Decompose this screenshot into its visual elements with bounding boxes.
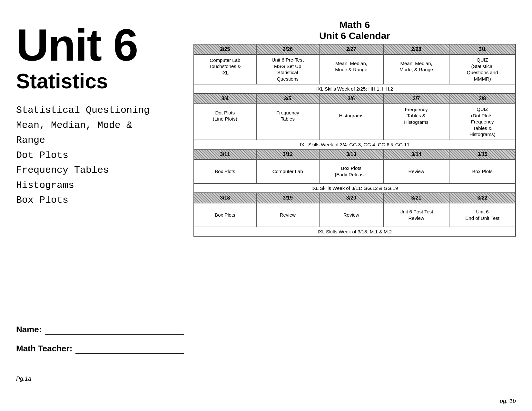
date-cell: 3/20 xyxy=(319,193,383,203)
date-cell: 3/11 xyxy=(194,149,256,160)
content-cell: Frequency Tables xyxy=(256,104,319,140)
calendar-table: 2/252/262/272/283/1Computer Lab Touchsto… xyxy=(193,44,516,237)
topic-item: Mean, Median, Mode & xyxy=(16,118,184,133)
topic-item: Statistical Questioning xyxy=(16,103,184,118)
content-cell: Box Plots [Early Release] xyxy=(319,160,383,183)
topics-list: Statistical QuestioningMean, Median, Mod… xyxy=(16,103,184,208)
date-cell: 3/12 xyxy=(256,149,319,160)
date-cell: 3/8 xyxy=(449,93,516,104)
statistics-title: Statistics xyxy=(16,69,184,93)
content-cell: Dot Plots (Line Plots) xyxy=(194,104,256,140)
topic-item: Dot Plots xyxy=(16,148,184,163)
date-cell: 3/7 xyxy=(383,93,449,104)
date-cell: 3/14 xyxy=(383,149,449,160)
content-cell: Box Plots xyxy=(194,203,256,227)
content-cell: Mean, Median, Mode, & Range xyxy=(383,54,449,84)
topic-item: Box Plots xyxy=(16,193,184,208)
date-cell: 3/18 xyxy=(194,193,256,203)
unit6cal-heading: Unit 6 Calendar xyxy=(193,30,516,41)
date-cell: 3/5 xyxy=(256,93,319,104)
date-cell: 3/15 xyxy=(449,149,516,160)
ixl-row: IXL Skills Week of 3/18: M.1 & M.2 xyxy=(194,227,516,236)
page-num-left: Pg.1a xyxy=(16,376,184,382)
content-cell: Box Plots xyxy=(194,160,256,183)
date-cell: 3/6 xyxy=(319,93,383,104)
content-cell: Review xyxy=(256,203,319,227)
date-cell: 3/1 xyxy=(449,44,516,54)
page-footer: pg. 1b xyxy=(0,395,532,411)
topic-item: Frequency Tables xyxy=(16,163,184,178)
topic-item: Range xyxy=(16,133,184,148)
date-cell: 3/22 xyxy=(449,193,516,203)
left-panel: Unit 6 Statistics Statistical Questionin… xyxy=(16,13,184,382)
footer-right: pg. 1b xyxy=(500,398,516,405)
date-cell: 3/19 xyxy=(256,193,319,203)
content-row: Dot Plots (Line Plots)Frequency TablesHi… xyxy=(194,104,516,140)
content-cell: Histograms xyxy=(319,104,383,140)
content-cell: Review xyxy=(383,160,449,183)
content-cell: QUIZ (Statistical Questions and MMMR) xyxy=(449,54,516,84)
date-cell: 2/25 xyxy=(194,44,256,54)
date-cell: 3/4 xyxy=(194,93,256,104)
content-row: Computer Lab Touchstones & IXLUnit 6 Pre… xyxy=(194,54,516,84)
content-cell: Computer Lab Touchstones & IXL xyxy=(194,54,256,84)
content-row: Box PlotsComputer LabBox Plots [Early Re… xyxy=(194,160,516,183)
ixl-row: IXL Skills Week of 3/11: GG.12 & GG.19 xyxy=(194,183,516,193)
teacher-line xyxy=(75,345,184,354)
unit-title: Unit 6 xyxy=(16,23,184,68)
content-cell: QUIZ (Dot Plots, Frequency Tables & Hist… xyxy=(449,104,516,140)
topic-item: Histograms xyxy=(16,178,184,193)
date-cell: 2/27 xyxy=(319,44,383,54)
content-cell: Review xyxy=(319,203,383,227)
calendar-header: Math 6 Unit 6 Calendar xyxy=(193,19,516,41)
date-cell: 2/28 xyxy=(383,44,449,54)
right-panel: Math 6 Unit 6 Calendar 2/252/262/272/283… xyxy=(193,13,516,382)
ixl-row: IXL Skills Week of 2/25: HH.1, HH.2 xyxy=(194,84,516,93)
date-cell: 3/21 xyxy=(383,193,449,203)
content-cell: Mean, Median, Mode & Range xyxy=(319,54,383,84)
teacher-field-label: Math Teacher: xyxy=(16,344,184,354)
math6-heading: Math 6 xyxy=(193,19,516,30)
content-cell: Box Plots xyxy=(449,160,516,183)
date-cell: 2/26 xyxy=(256,44,319,54)
name-field-label: Name: xyxy=(16,325,184,335)
name-section: Name: Math Teacher: xyxy=(16,325,184,372)
ixl-row: IXL Skills Week of 3/4: GG.3, GG.4, GG.6… xyxy=(194,140,516,149)
content-cell: Computer Lab xyxy=(256,160,319,183)
content-cell: Frequency Tables & Histograms xyxy=(383,104,449,140)
content-cell: Unit 6 End of Unit Test xyxy=(449,203,516,227)
content-row: Box PlotsReviewReviewUnit 6 Post Test Re… xyxy=(194,203,516,227)
content-cell: Unit 6 Post Test Review xyxy=(383,203,449,227)
name-line xyxy=(45,326,184,335)
date-cell: 3/13 xyxy=(319,149,383,160)
content-cell: Unit 6 Pre-Test MSG Set Up Statistical Q… xyxy=(256,54,319,84)
